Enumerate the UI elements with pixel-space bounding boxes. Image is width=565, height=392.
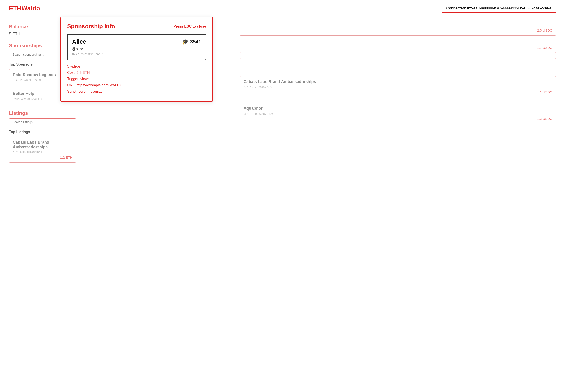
right-content: Sponsorship Info Press ESC to close Alic… — [83, 24, 556, 165]
right-price-2: 1.7 USDC — [243, 46, 552, 49]
right-sponsor-card-2[interactable]: 1.7 USDC — [240, 41, 556, 53]
sponsorship-info-modal: Sponsorship Info Press ESC to close Alic… — [60, 17, 213, 102]
modal-user-handle: @alice — [72, 47, 201, 51]
modal-detail-url: URL: https://example.com/WALDO — [67, 83, 206, 87]
modal-user-name: Alice — [72, 38, 86, 45]
modal-title: Sponsorship Info — [67, 23, 115, 30]
right-sponsor-card-1[interactable]: 2.5 USDC — [240, 24, 556, 36]
right-sponsor-card-3[interactable] — [240, 58, 556, 66]
grad-cap-icon: 🎓 — [182, 39, 188, 45]
score-value: 3541 — [190, 39, 201, 45]
modal-close-hint: Press ESC to close — [173, 24, 206, 28]
right-listing-name-2: Aquaphor — [243, 106, 552, 111]
modal-user-score: 🎓 3541 — [182, 39, 201, 45]
listing-price: 1.2 ETH — [13, 155, 72, 159]
modal-user-card: Alice 🎓 3541 @alice 0xAb12Fe983457Ac05 — [67, 34, 206, 60]
modal-detail-script: Script: Lorem ipsum... — [67, 89, 206, 94]
header: ETHWaldo Connected: 0x5Af16bd08884f76244… — [0, 0, 565, 17]
right-listing-cabals[interactable]: Cabals Labs Brand Ambassadorships 0xAb12… — [240, 76, 556, 97]
right-listing-aquaphor[interactable]: Aquaphor 0xAb12Fe983457Ac05 1.3 USDC — [240, 103, 556, 124]
modal-detail-videos: 5 videos — [67, 64, 206, 69]
main-layout: Balance 5 ETH Sponsorships Top Sponsors … — [0, 17, 565, 172]
modal-user-address: 0xAb12Fe983457Ac05 — [72, 52, 201, 56]
listing-name: Cabals Labs Brand Ambassadorships — [13, 140, 72, 150]
modal-header: Sponsorship Info Press ESC to close — [67, 23, 206, 30]
modal-detail-cost: Cost: 2.5 ETH — [67, 71, 206, 75]
listing-card-cabals[interactable]: Cabals Labs Brand Ambassadorships 0xCd34… — [9, 137, 76, 163]
right-price-1: 2.5 USDC — [243, 28, 552, 32]
listings-search-input[interactable] — [9, 118, 76, 126]
logo: ETHWaldo — [9, 5, 40, 12]
right-listing-name-1: Cabals Labs Brand Ambassadorships — [243, 79, 552, 84]
modal-detail-trigger: Trigger: views — [67, 77, 206, 81]
modal-user-row: Alice 🎓 3541 — [72, 38, 201, 45]
right-listing-address-1: 0xAb12Fe983457Ac05 — [243, 85, 552, 89]
right-listing-price-1: 1 USDC — [243, 90, 552, 94]
connected-badge: Connected: 0x5Af16bd08884f762444e4922D5A… — [442, 4, 556, 13]
listings-section: Listings Top Listings Cabals Labs Brand … — [9, 110, 76, 163]
listings-title: Listings — [9, 110, 76, 116]
top-listings-title: Top Listings — [9, 130, 76, 134]
right-listing-address-2: 0xAb12Fe983457Ac05 — [243, 112, 552, 115]
right-listing-price-2: 1.3 USDC — [243, 117, 552, 121]
listing-address: 0xCd34Re783654Ft09 — [13, 151, 72, 154]
